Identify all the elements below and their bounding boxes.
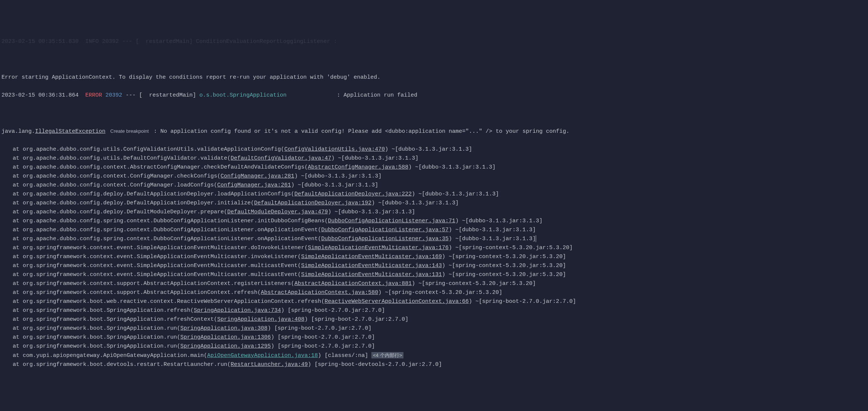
stack-frame-text: at org.apache.dubbo.config.deploy.Defaul… [13, 191, 294, 197]
process-id: 20392 [105, 92, 122, 98]
log-header-line: 2023-02-15 00:36:31.864 ERROR 20392 --- … [1, 91, 867, 100]
stack-frame: at org.apache.dubbo.config.context.Confi… [1, 181, 867, 190]
stack-frame: at org.apache.dubbo.config.deploy.Defaul… [1, 199, 867, 208]
stack-frame-suffix: ) ~[spring-context-5.3.20.jar:5.3.20] [442, 254, 566, 260]
stack-frame-text: at org.springframework.context.event.Sim… [13, 245, 308, 251]
stack-frame: at org.apache.dubbo.config.spring.contex… [1, 226, 867, 235]
stack-frame: at org.springframework.boot.SpringApplic… [1, 333, 867, 342]
stack-frame: at org.springframework.boot.SpringApplic… [1, 324, 867, 333]
stack-frame-suffix: ) [spring-boot-2.7.0.jar:2.7.0] [267, 325, 371, 332]
stack-frame-text: at org.apache.dubbo.config.spring.contex… [13, 227, 321, 233]
source-link[interactable]: DubboConfigApplicationListener.java:57 [321, 227, 449, 233]
stack-frame-suffix: ) ~[dubbo-3.1.3.jar:3.1.3] [449, 236, 536, 242]
stack-frame-text: at org.apache.dubbo.config.utils.Default… [13, 155, 231, 161]
stack-frame-text: at com.yupi.apiopengateway.ApiOpenGatewa… [13, 352, 207, 359]
stack-frame-suffix: ) [classes/:na] [318, 352, 368, 359]
stack-frame-text: at org.springframework.context.event.Sim… [13, 263, 301, 269]
stack-frame-text: at org.springframework.boot.web.reactive… [13, 298, 324, 305]
stack-frame-suffix: ) ~[dubbo-3.1.3.jar:3.1.3] [291, 182, 378, 188]
stack-frame: at org.apache.dubbo.config.utils.Default… [1, 154, 867, 163]
stack-frame-text: at org.springframework.context.support.A… [13, 289, 261, 296]
stack-frame-suffix: ) ~[dubbo-3.1.3.jar:3.1.3] [371, 200, 459, 206]
stack-frame-text: at org.apache.dubbo.config.context.Confi… [13, 182, 217, 188]
stack-frame-suffix: ) ~[spring-context-5.3.20.jar:5.3.20] [442, 263, 566, 269]
source-link[interactable]: DubboConfigApplicationListener.java:71 [328, 218, 455, 224]
stack-frame-text: at org.springframework.boot.devtools.res… [13, 361, 231, 368]
source-link[interactable]: SpringApplication.java:1295 [180, 343, 271, 349]
stack-frame: at org.springframework.context.support.A… [1, 288, 867, 297]
stack-frame-text: at org.springframework.boot.SpringApplic… [13, 343, 180, 349]
stack-frame-text: at org.apache.dubbo.config.utils.ConfigV… [13, 146, 284, 153]
source-link[interactable]: DefaultConfigValidator.java:47 [231, 155, 331, 161]
source-link[interactable]: SpringApplication.java:1306 [180, 334, 271, 341]
source-link[interactable]: DefaultApplicationDeployer.java:222 [294, 191, 412, 197]
stack-frame-suffix: ) ~[spring-boot-2.7.0.jar:2.7.0] [469, 298, 576, 305]
stack-frame: at org.springframework.boot.SpringApplic… [1, 342, 867, 351]
source-link[interactable]: SpringApplication.java:308 [180, 325, 267, 332]
source-link[interactable]: SimpleApplicationEventMulticaster.java:1… [301, 254, 442, 260]
stack-frame-suffix: ) ~[dubbo-3.1.3.jar:3.1.3] [331, 155, 418, 161]
stack-frame: at org.apache.dubbo.config.spring.contex… [1, 235, 867, 244]
exception-message: : No application config found or it's no… [153, 128, 569, 135]
source-link[interactable]: RestartLauncher.java:49 [231, 361, 308, 368]
source-link[interactable]: AbstractApplicationContext.java:881 [294, 280, 412, 287]
stack-frame: at org.springframework.boot.SpringApplic… [1, 315, 867, 324]
source-link[interactable]: AbstractApplicationContext.java:580 [261, 289, 378, 296]
stack-frame-suffix: ) ~[dubbo-3.1.3.jar:3.1.3] [449, 227, 536, 233]
stack-frame: at org.springframework.boot.web.reactive… [1, 297, 867, 306]
exception-class-link[interactable]: IllegalStateException [35, 128, 105, 135]
log-level-error: ERROR [85, 92, 102, 98]
source-link[interactable]: SpringApplication.java:408 [217, 316, 304, 323]
stack-frame: at org.apache.dubbo.config.spring.contex… [1, 217, 867, 226]
source-link[interactable]: ConfigValidationUtils.java:470 [284, 146, 385, 153]
stack-frame-text: at org.apache.dubbo.config.spring.contex… [13, 218, 328, 224]
separator: --- [126, 92, 136, 98]
stack-frame: at org.apache.dubbo.config.deploy.Defaul… [1, 208, 867, 217]
blank-line [1, 55, 867, 64]
stack-frame: at org.springframework.context.event.Sim… [1, 261, 867, 270]
source-link[interactable]: SimpleApplicationEventMulticaster.java:1… [301, 272, 442, 278]
stack-frame-text: at org.springframework.boot.SpringApplic… [13, 307, 194, 314]
log-message: : Application run failed [337, 92, 417, 98]
stack-frame-suffix: ) ~[dubbo-3.1.3.jar:3.1.3] [385, 146, 472, 153]
stack-frame-suffix: ) ~[dubbo-3.1.3.jar:3.1.3] [294, 173, 381, 179]
source-link[interactable]: DubboConfigApplicationListener.java:35 [321, 236, 449, 242]
stack-frame: at org.apache.dubbo.config.utils.ConfigV… [1, 145, 867, 154]
stack-frame-suffix: ) [spring-boot-2.7.0.jar:2.7.0] [304, 316, 408, 323]
thread-name: [ restartedMain] [139, 92, 196, 98]
stack-frame-suffix: ) ~[spring-context-5.3.20.jar:5.3.20] [412, 280, 536, 287]
error-context-line: Error starting ApplicationContext. To di… [1, 73, 867, 82]
source-link[interactable]: ApiOpenGatewayApplication.java:18 [207, 352, 318, 359]
stack-frame-suffix: ) ~[dubbo-3.1.3.jar:3.1.3] [412, 191, 499, 197]
stack-frame-suffix: ) [spring-boot-2.7.0.jar:2.7.0] [271, 334, 375, 341]
stack-frame-suffix: ) ~[dubbo-3.1.3.jar:3.1.3] [408, 164, 495, 170]
source-link[interactable]: ConfigManager.java:281 [221, 173, 294, 179]
stack-frame-suffix: ) [spring-boot-2.7.0.jar:2.7.0] [281, 307, 385, 314]
create-breakpoint-button[interactable]: Create breakpoint [109, 128, 150, 134]
internal-frames-badge[interactable]: <4 个内部行> [371, 352, 403, 358]
stack-frame-text: at org.springframework.boot.SpringApplic… [13, 334, 180, 341]
source-link[interactable]: ConfigManager.java:261 [217, 182, 291, 188]
exception-prefix: java.lang. [1, 128, 35, 135]
stack-frame: at org.springframework.context.support.A… [1, 279, 867, 288]
stack-frame-text: at org.springframework.boot.SpringApplic… [13, 325, 180, 332]
stack-frame: at org.springframework.context.event.Sim… [1, 244, 867, 252]
stack-frame-text: at org.apache.dubbo.config.deploy.Defaul… [13, 200, 254, 206]
source-link[interactable]: SimpleApplicationEventMulticaster.java:1… [301, 263, 442, 269]
stack-frame-suffix: ) ~[dubbo-3.1.3.jar:3.1.3] [455, 218, 542, 224]
stack-frame-text: at org.springframework.context.support.A… [13, 280, 294, 287]
blank-line [1, 109, 867, 118]
source-link[interactable]: SpringApplication.java:734 [194, 307, 281, 314]
log-line-partial: 2023-02-15 00:35:51.830 INFO 20392 --- [… [1, 37, 867, 46]
text-caret [536, 235, 536, 242]
source-link[interactable]: AbstractConfigManager.java:588 [308, 164, 408, 170]
source-link[interactable]: SimpleApplicationEventMulticaster.java:1… [308, 245, 449, 251]
stack-frame-suffix: ) [spring-boot-2.7.0.jar:2.7.0] [271, 343, 375, 349]
source-link[interactable]: DefaultApplicationDeployer.java:192 [254, 200, 371, 206]
stack-frame: at org.springframework.boot.SpringApplic… [1, 306, 867, 315]
source-link[interactable]: DefaultModuleDeployer.java:479 [227, 209, 328, 215]
stack-frame-text: at org.apache.dubbo.config.context.Abstr… [13, 164, 308, 170]
stack-frame-suffix: ) ~[dubbo-3.1.3.jar:3.1.3] [328, 209, 415, 215]
stack-frame-suffix: ) ~[spring-context-5.3.20.jar:5.3.20] [449, 245, 573, 251]
source-link[interactable]: ReactiveWebServerApplicationContext.java… [324, 298, 469, 305]
